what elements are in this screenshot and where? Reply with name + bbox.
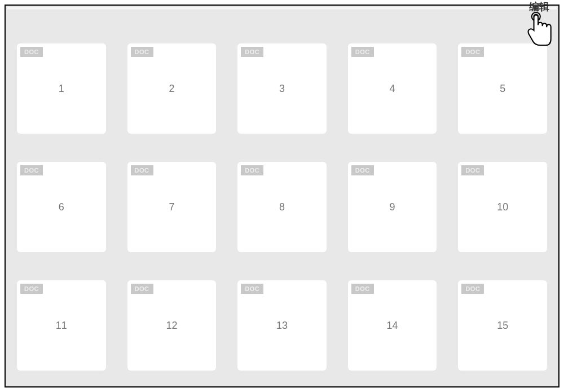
doc-type-badge: DOC [20,47,43,57]
document-card[interactable]: DOC 8 [237,162,327,252]
doc-type-badge: DOC [241,165,263,175]
doc-type-badge: DOC [351,284,374,294]
doc-number: 10 [497,201,508,213]
doc-type-badge: DOC [241,47,263,57]
doc-type-badge: DOC [20,284,43,294]
document-card[interactable]: DOC 12 [127,280,217,371]
doc-number: 12 [166,320,177,332]
document-card[interactable]: DOC 6 [17,162,106,252]
document-card[interactable]: DOC 13 [237,280,327,371]
doc-type-badge: DOC [131,165,153,175]
doc-number: 9 [390,201,395,213]
doc-number: 1 [59,83,64,95]
document-card[interactable]: DOC 5 [458,43,547,134]
doc-number: 4 [390,83,395,95]
doc-number: 14 [387,320,398,332]
doc-number: 6 [59,201,64,213]
doc-number: 13 [276,320,288,332]
doc-type-badge: DOC [461,284,484,294]
doc-type-badge: DOC [131,47,153,57]
doc-type-badge: DOC [461,47,484,57]
doc-number: 7 [169,201,174,213]
document-card[interactable]: DOC 4 [348,43,437,134]
document-card[interactable]: DOC 1 [17,43,106,134]
document-grid: DOC 1 DOC 2 DOC 3 DOC 4 DOC 5 DOC 6 DOC … [6,10,558,382]
doc-number: 5 [500,83,505,95]
document-card[interactable]: DOC 15 [458,280,547,371]
app-frame: DOC 1 DOC 2 DOC 3 DOC 4 DOC 5 DOC 6 DOC … [5,5,559,387]
doc-number: 15 [497,320,508,332]
doc-number: 3 [279,83,285,95]
doc-number: 11 [56,320,67,332]
document-card[interactable]: DOC 3 [237,43,327,134]
edit-button[interactable]: 编辑 [523,0,555,50]
doc-type-badge: DOC [461,165,484,175]
doc-type-badge: DOC [351,47,374,57]
tap-hand-icon [523,10,555,47]
document-card[interactable]: DOC 14 [348,280,437,371]
doc-number: 2 [169,83,174,95]
doc-number: 8 [279,201,285,213]
document-card[interactable]: DOC 7 [127,162,217,252]
document-card[interactable]: DOC 9 [348,162,437,252]
document-card[interactable]: DOC 2 [127,43,217,134]
doc-type-badge: DOC [131,284,153,294]
doc-type-badge: DOC [241,284,263,294]
doc-type-badge: DOC [351,165,374,175]
document-card[interactable]: DOC 11 [17,280,106,371]
doc-type-badge: DOC [20,165,43,175]
document-card[interactable]: DOC 10 [458,162,547,252]
